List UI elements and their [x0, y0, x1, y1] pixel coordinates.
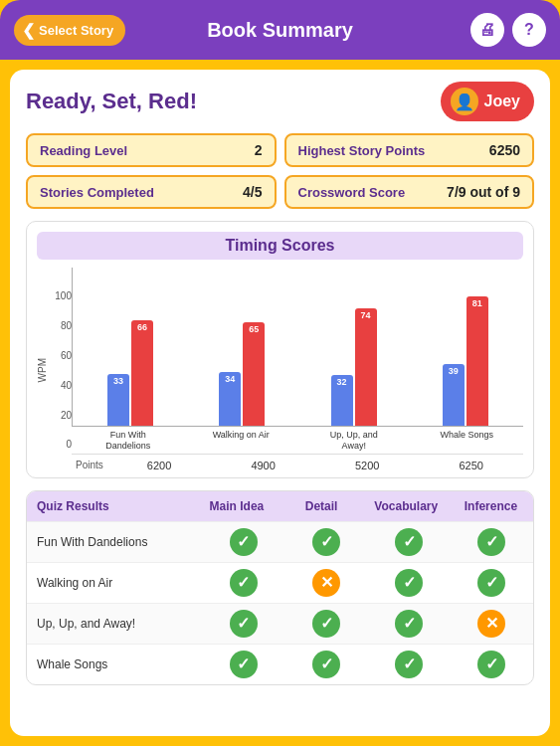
stat-value-stories-completed: 4/5: [243, 184, 262, 200]
bar-group-1: 33 66: [75, 320, 186, 426]
bar-blue-3: 32: [331, 375, 353, 426]
bar-label-blue-4: 39: [449, 364, 459, 376]
y-tick-0: 0: [50, 439, 72, 450]
check-icon: ✓: [312, 651, 340, 678]
stat-label-highest-story-points: Highest Story Points: [298, 143, 426, 158]
quiz-result-3-1: ✓: [285, 610, 368, 638]
bar-label-red-3: 74: [361, 308, 371, 320]
quiz-col-main-idea: Main Idea: [194, 491, 279, 521]
y-axis-container: WPM 0 20 40 60 80 100: [37, 268, 72, 473]
bar-red-4: 81: [467, 296, 488, 426]
bar-caption-2: Walking on Air: [185, 427, 298, 452]
stat-highest-story-points: Highest Story Points 6250: [284, 133, 535, 167]
quiz-col-title: Quiz Results: [27, 491, 194, 521]
quiz-row-3: Up, Up, and Away! ✓ ✓ ✓ ✕: [27, 603, 533, 644]
quiz-header-row: Quiz Results Main Idea Detail Vocabulary…: [27, 491, 533, 521]
quiz-col-detail: Detail: [280, 491, 364, 521]
stat-label-stories-completed: Stories Completed: [40, 185, 154, 200]
y-tick-80: 80: [50, 320, 72, 331]
stat-value-crossword-score: 7/9 out of 9: [447, 184, 520, 200]
y-tick-20: 20: [50, 410, 72, 421]
points-val-1: 6200: [107, 458, 212, 473]
points-val-4: 6250: [419, 458, 523, 473]
bar-label-blue-1: 33: [113, 374, 123, 386]
stat-crossword-score: Crossword Score 7/9 out of 9: [284, 175, 535, 209]
quiz-result-3-0: ✓: [202, 610, 284, 638]
print-button[interactable]: 🖨: [470, 13, 504, 47]
chart-body: WPM 0 20 40 60 80 100 33: [37, 268, 523, 473]
quiz-result-3-3: ✕: [451, 610, 533, 638]
back-button[interactable]: ❮ Select Story: [14, 15, 125, 46]
quiz-result-2-0: ✓: [202, 569, 284, 597]
bar-group-2: 34 65: [186, 322, 297, 426]
bar-label-blue-2: 34: [225, 372, 235, 384]
bar-blue-1: 33: [107, 374, 129, 426]
points-val-3: 5200: [315, 458, 420, 473]
points-val-2: 4900: [211, 458, 315, 473]
quiz-story-2: Walking on Air: [27, 576, 202, 590]
bar-caption-4: Whale Songs: [411, 427, 524, 452]
quiz-result-4-3: ✓: [451, 651, 533, 678]
print-icon: 🖨: [479, 21, 495, 39]
check-icon: ✓: [230, 569, 258, 597]
check-icon: ✓: [312, 610, 340, 638]
points-values: 6200 4900 5200 6250: [107, 458, 523, 473]
quiz-col-inference: Inference: [449, 491, 533, 521]
stat-value-highest-story-points: 6250: [489, 142, 520, 158]
header-icons: 🖨 ?: [470, 13, 546, 47]
x-icon: ✕: [477, 610, 505, 638]
quiz-result-4-0: ✓: [202, 651, 284, 678]
avatar: 👤: [451, 88, 478, 115]
bar-blue-2: 34: [219, 372, 241, 426]
quiz-story-1: Fun With Dandelions: [27, 535, 202, 549]
bar-group-4: 39 81: [410, 296, 521, 426]
bar-pair-3: 32 74: [331, 308, 377, 426]
bar-red-2: 65: [243, 322, 265, 426]
quiz-result-4-1: ✓: [285, 651, 368, 678]
quiz-result-4-2: ✓: [368, 651, 451, 678]
bar-pair-1: 33 66: [107, 320, 153, 426]
check-icon: ✓: [230, 528, 258, 556]
bar-caption-1: Fun WithDandelions: [72, 427, 185, 452]
y-tick-40: 40: [50, 380, 72, 391]
check-icon: ✓: [395, 528, 423, 556]
page-title: Book Summary: [207, 19, 353, 42]
avatar-icon: 👤: [455, 93, 474, 111]
check-icon: ✓: [477, 528, 505, 556]
main-content: Ready, Set, Red! 👤 Joey Reading Level 2 …: [10, 70, 550, 736]
check-icon: ✓: [230, 651, 258, 678]
stat-value-reading-level: 2: [255, 142, 263, 158]
quiz-result-2-2: ✓: [368, 569, 451, 597]
book-title: Ready, Set, Red!: [26, 89, 197, 114]
back-arrow-icon: ❮: [22, 21, 35, 40]
quiz-result-1-3: ✓: [451, 528, 533, 556]
bar-pair-2: 34 65: [219, 322, 265, 426]
quiz-story-4: Whale Songs: [27, 657, 202, 671]
stat-label-reading-level: Reading Level: [40, 143, 127, 158]
quiz-row-1: Fun With Dandelions ✓ ✓ ✓ ✓: [27, 521, 533, 562]
stat-reading-level: Reading Level 2: [26, 133, 277, 167]
quiz-result-2-1: ✕: [285, 569, 368, 597]
check-icon: ✓: [477, 651, 505, 678]
bar-label-red-1: 66: [137, 320, 147, 332]
quiz-result-2-3: ✓: [451, 569, 533, 597]
check-icon: ✓: [230, 610, 258, 638]
y-axis-label: WPM: [37, 358, 48, 382]
check-icon: ✓: [312, 528, 340, 556]
quiz-results-table: Quiz Results Main Idea Detail Vocabulary…: [26, 490, 534, 685]
bar-group-3: 32 74: [298, 308, 410, 426]
stat-stories-completed: Stories Completed 4/5: [26, 175, 277, 209]
quiz-result-1-2: ✓: [368, 528, 451, 556]
y-ticks: 0 20 40 60 80 100: [50, 290, 72, 450]
user-badge: 👤 Joey: [441, 82, 534, 121]
quiz-story-3: Up, Up, and Away!: [27, 617, 202, 631]
book-title-row: Ready, Set, Red! 👤 Joey: [26, 82, 534, 121]
quiz-row-4: Whale Songs ✓ ✓ ✓ ✓: [27, 644, 533, 684]
stats-grid: Reading Level 2 Highest Story Points 625…: [26, 133, 534, 209]
y-tick-100: 100: [50, 290, 72, 301]
check-icon: ✓: [395, 651, 423, 678]
help-button[interactable]: ?: [512, 13, 546, 47]
quiz-row-2: Walking on Air ✓ ✕ ✓ ✓: [27, 562, 533, 603]
header: ❮ Select Story Book Summary 🖨 ?: [0, 0, 560, 60]
check-icon: ✓: [477, 569, 505, 597]
